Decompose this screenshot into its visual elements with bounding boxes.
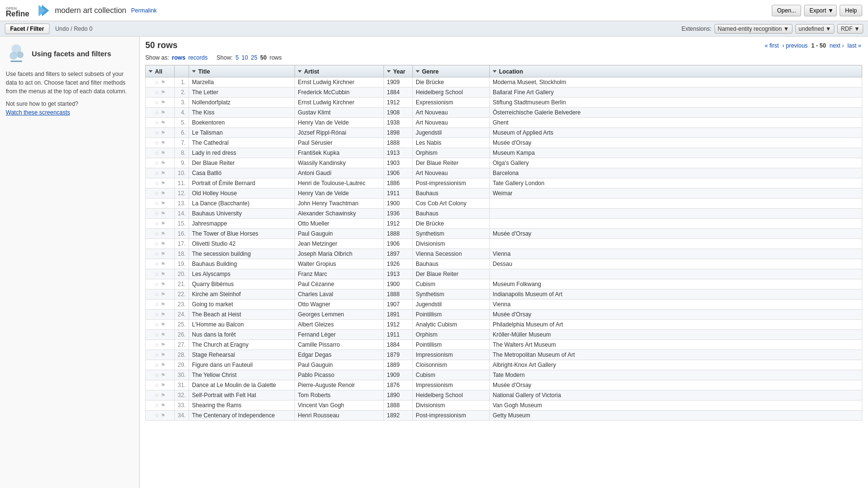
row-controls: ☆ ⚑ [146,350,175,360]
flag-icon[interactable]: ⚑ [161,221,166,226]
flag-icon[interactable]: ⚑ [161,392,166,398]
star-icon[interactable]: ☆ [154,342,159,348]
flag-icon[interactable]: ⚑ [161,281,166,287]
undo-redo[interactable]: Undo / Redo 0 [55,25,92,32]
row-controls: ☆ ⚑ [146,97,175,107]
show-25-link[interactable]: 25 [251,54,257,61]
facet-filter-tab[interactable]: Facet / Filter [5,24,50,34]
star-icon[interactable]: ☆ [154,352,159,358]
star-icon[interactable]: ☆ [154,200,159,206]
flag-icon[interactable]: ⚑ [161,332,166,338]
star-icon[interactable]: ☆ [154,362,159,368]
th-year[interactable]: Year [384,65,413,77]
flag-icon[interactable]: ⚑ [161,79,166,85]
watch-screencasts-link[interactable]: Watch these screencasts [6,109,70,116]
named-entity-dropdown[interactable]: Named-entity recognition ▼ [715,24,792,34]
star-icon[interactable]: ☆ [154,413,159,418]
show-5-link[interactable]: 5 [235,54,239,61]
flag-icon[interactable]: ⚑ [161,352,166,358]
show-10-link[interactable]: 10 [242,54,248,61]
star-icon[interactable]: ☆ [154,312,159,317]
th-title[interactable]: Title [189,65,295,77]
flag-icon[interactable]: ⚑ [161,130,166,136]
flag-icon[interactable]: ⚑ [161,382,166,388]
flag-icon[interactable]: ⚑ [161,89,166,95]
th-artist[interactable]: Artist [295,65,384,77]
flag-icon[interactable]: ⚑ [161,402,166,408]
star-icon[interactable]: ☆ [154,180,159,186]
undefined-dropdown[interactable]: undefined ▼ [795,24,835,34]
flag-icon[interactable]: ⚑ [161,322,166,327]
flag-icon[interactable]: ⚑ [161,100,166,105]
flag-icon[interactable]: ⚑ [161,200,166,206]
cell-location: Museum Folkwang [490,279,862,289]
star-icon[interactable]: ☆ [154,281,159,287]
flag-icon[interactable]: ⚑ [161,241,166,247]
flag-icon[interactable]: ⚑ [161,312,166,317]
flag-icon[interactable]: ⚑ [161,271,166,277]
flag-icon[interactable]: ⚑ [161,342,166,348]
flag-icon[interactable]: ⚑ [161,362,166,368]
flag-icon[interactable]: ⚑ [161,110,166,115]
permalink-link[interactable]: Permalink [131,7,157,14]
flag-icon[interactable]: ⚑ [161,190,166,196]
table-row: ☆ ⚑ 9. Der Blaue Reiter Wassily Kandinsk… [146,158,862,168]
th-location[interactable]: Location [490,65,862,77]
star-icon[interactable]: ☆ [154,79,159,85]
star-icon[interactable]: ☆ [154,301,159,307]
flag-icon[interactable]: ⚑ [161,211,166,216]
rows-view-link[interactable]: rows [172,54,185,61]
star-icon[interactable]: ☆ [154,251,159,257]
flag-icon[interactable]: ⚑ [161,120,166,125]
flag-icon[interactable]: ⚑ [161,372,166,378]
star-icon[interactable]: ☆ [154,332,159,338]
records-view-link[interactable]: records [188,54,207,61]
star-icon[interactable]: ☆ [154,261,159,267]
star-icon[interactable]: ☆ [154,100,159,105]
star-icon[interactable]: ☆ [154,271,159,277]
th-genre[interactable]: Genre [413,65,490,77]
star-icon[interactable]: ☆ [154,382,159,388]
star-icon[interactable]: ☆ [154,241,159,247]
star-icon[interactable]: ☆ [154,231,159,237]
open-button[interactable]: Open... [772,5,801,16]
table-row: ☆ ⚑ 28. Stage Rehearsal Edgar Degas 1879… [146,350,862,360]
star-icon[interactable]: ☆ [154,190,159,196]
star-icon[interactable]: ☆ [154,372,159,378]
star-icon[interactable]: ☆ [154,392,159,398]
th-all[interactable]: All [146,65,175,77]
export-button[interactable]: Export ▼ [804,5,837,16]
star-icon[interactable]: ☆ [154,89,159,95]
star-icon[interactable]: ☆ [154,170,159,176]
last-page-link[interactable]: last » [847,42,861,49]
flag-icon[interactable]: ⚑ [161,180,166,186]
star-icon[interactable]: ☆ [154,140,159,146]
flag-icon[interactable]: ⚑ [161,140,166,146]
star-icon[interactable]: ☆ [154,211,159,216]
next-page-link[interactable]: next › [830,42,844,49]
star-icon[interactable]: ☆ [154,221,159,226]
flag-icon[interactable]: ⚑ [161,413,166,418]
star-icon[interactable]: ☆ [154,291,159,297]
flag-icon[interactable]: ⚑ [161,150,166,156]
star-icon[interactable]: ☆ [154,322,159,327]
rdf-dropdown[interactable]: RDF ▼ [837,24,863,34]
flag-icon[interactable]: ⚑ [161,291,166,297]
star-icon[interactable]: ☆ [154,110,159,115]
star-icon[interactable]: ☆ [154,402,159,408]
star-icon[interactable]: ☆ [154,130,159,136]
flag-icon[interactable]: ⚑ [161,251,166,257]
star-icon[interactable]: ☆ [154,160,159,166]
flag-icon[interactable]: ⚑ [161,231,166,237]
flag-icon[interactable]: ⚑ [161,170,166,176]
cell-year: 1938 [384,117,413,127]
flag-icon[interactable]: ⚑ [161,261,166,267]
flag-icon[interactable]: ⚑ [161,160,166,166]
flag-icon[interactable]: ⚑ [161,301,166,307]
all-column-header[interactable]: All [149,68,162,75]
first-page-link[interactable]: « first [765,42,779,49]
star-icon[interactable]: ☆ [154,120,159,125]
help-button[interactable]: Help [840,5,862,16]
star-icon[interactable]: ☆ [154,150,159,156]
previous-page-link[interactable]: ‹ previous [782,42,808,49]
